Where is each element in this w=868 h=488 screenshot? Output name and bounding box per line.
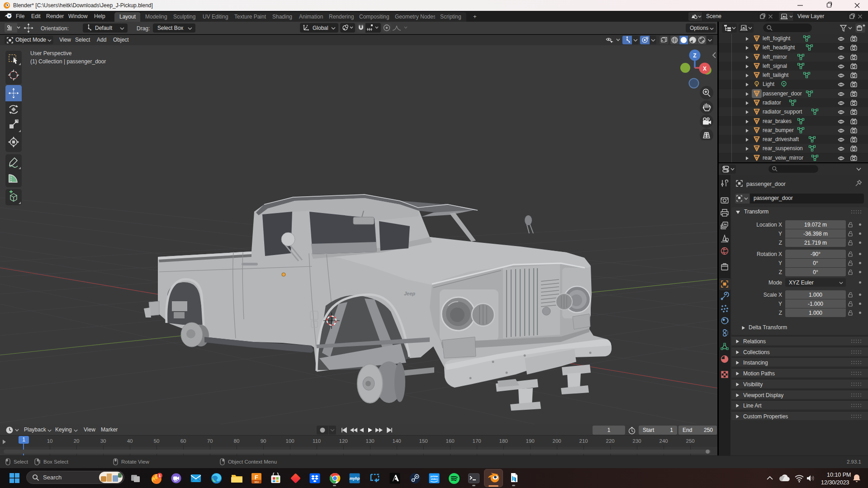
svg-text:X: X bbox=[703, 66, 707, 72]
svg-text:360: 360 bbox=[254, 481, 259, 483]
svg-text:1: 1 bbox=[158, 474, 161, 478]
svg-text:Z: Z bbox=[693, 52, 696, 59]
svg-text:F: F bbox=[255, 474, 258, 481]
svg-text:myhp: myhp bbox=[350, 476, 360, 481]
svg-text:video: video bbox=[431, 478, 438, 480]
svg-text:Jeep: Jeep bbox=[404, 291, 415, 296]
